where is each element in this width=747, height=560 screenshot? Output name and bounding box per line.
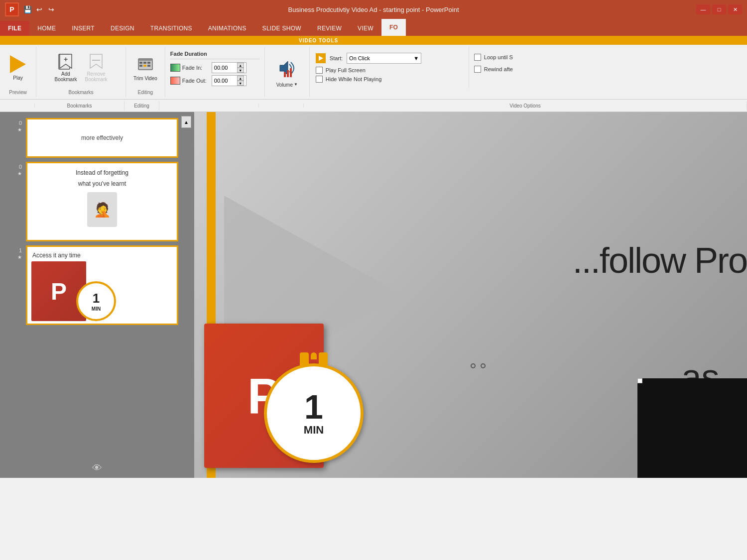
ribbon: Play Preview + Add Bookmark bbox=[0, 45, 747, 100]
ribbon-section-video-options: Start: On Click ▼ Play Full Screen Hide … bbox=[310, 47, 469, 88]
play-label: Play bbox=[13, 75, 22, 81]
svg-rect-6 bbox=[143, 62, 146, 64]
play-triangle-icon bbox=[10, 55, 26, 73]
tab-format[interactable]: FO bbox=[381, 19, 406, 36]
powerpoint-logo-overlay: P 1 MIN bbox=[194, 279, 383, 478]
ribbon-section-volume: Volume ▼ bbox=[265, 47, 310, 97]
add-bookmark-label: Add Bookmark bbox=[54, 71, 77, 82]
slide-view[interactable]: ...follow Pro as P 1 bbox=[194, 112, 747, 478]
remove-bookmark-button[interactable]: Remove Bookmark bbox=[82, 52, 111, 85]
play-button[interactable]: Play bbox=[4, 50, 32, 86]
ribbon-section-trim: Trim Video Editing bbox=[126, 47, 165, 97]
svg-rect-12 bbox=[287, 70, 289, 77]
svg-rect-10 bbox=[147, 65, 150, 67]
close-button[interactable]: ✕ bbox=[728, 4, 742, 14]
tab-review[interactable]: REVIEW bbox=[309, 21, 350, 36]
slide-text-line1: Instead of forgetting bbox=[33, 169, 171, 176]
redo-button[interactable]: ↪ bbox=[46, 4, 57, 15]
ribbon-section-loop: Loop until S Rewind afte bbox=[469, 47, 549, 97]
slide-star: ★ bbox=[17, 254, 22, 260]
slide-dot-1 bbox=[471, 363, 476, 368]
rewind-label: Rewind afte bbox=[484, 66, 513, 72]
loop-checkbox[interactable] bbox=[474, 54, 481, 61]
fade-in-input[interactable]: 00.00 ▲ ▼ bbox=[212, 62, 247, 73]
timer-knob-center bbox=[311, 352, 317, 359]
app-logo: P bbox=[5, 2, 19, 16]
eye-icon: 👁 bbox=[92, 462, 102, 474]
fade-out-spinner[interactable]: ▲ ▼ bbox=[237, 76, 244, 86]
fade-out-input[interactable]: 00.00 ▲ ▼ bbox=[212, 75, 247, 86]
timer-knob-right bbox=[319, 352, 328, 366]
list-item[interactable]: 1 ★ Access it any time P 1 MIN bbox=[2, 245, 192, 325]
volume-button[interactable]: Volume ▼ bbox=[271, 54, 302, 90]
tab-home[interactable]: HOME bbox=[29, 21, 64, 36]
svg-rect-5 bbox=[139, 62, 142, 64]
maximize-button[interactable]: □ bbox=[712, 4, 726, 14]
resize-handle[interactable] bbox=[637, 378, 642, 383]
tab-insert[interactable]: INSERT bbox=[64, 21, 103, 36]
title-bar: P 💾 ↩ ↪ Business Prodcutivtiy Video Ad -… bbox=[0, 0, 747, 19]
trim-video-label: Trim Video bbox=[133, 76, 157, 81]
slide-thumbnail[interactable]: Instead of forgetting what you've learnt… bbox=[26, 162, 178, 241]
tab-view[interactable]: VIEW bbox=[350, 21, 381, 36]
add-bookmark-button[interactable]: + Add Bookmark bbox=[51, 52, 80, 85]
context-tab-label: VIDEO TOOLS bbox=[299, 38, 338, 43]
rewind-checkbox[interactable] bbox=[474, 66, 481, 73]
ribbon-tabs: FILE HOME INSERT DESIGN TRANSITIONS ANIM… bbox=[0, 19, 747, 36]
slide-thumbnail[interactable]: Access it any time P 1 MIN bbox=[26, 245, 178, 325]
tab-transitions[interactable]: TRANSITIONS bbox=[142, 21, 200, 36]
slide-thumbnail[interactable]: more effectively bbox=[26, 118, 178, 158]
slide-text: Access it any time bbox=[32, 252, 172, 259]
svg-rect-13 bbox=[290, 68, 292, 77]
fade-in-value: 00.00 bbox=[214, 65, 228, 71]
save-button[interactable]: 💾 bbox=[22, 4, 33, 15]
fade-out-value: 00.00 bbox=[214, 78, 228, 84]
trim-video-button[interactable]: Trim Video bbox=[130, 52, 161, 84]
hide-while-not-playing-checkbox[interactable] bbox=[316, 76, 323, 83]
tab-slideshow[interactable]: SLIDE SHOW bbox=[254, 21, 309, 36]
add-bookmark-icon: + bbox=[58, 54, 74, 70]
preview-content: Play bbox=[4, 49, 32, 87]
svg-rect-7 bbox=[147, 62, 150, 64]
divider-fade bbox=[159, 104, 259, 108]
tab-animations[interactable]: ANIMATIONS bbox=[200, 21, 254, 36]
tab-design[interactable]: DESIGN bbox=[103, 21, 142, 36]
start-label: Start: bbox=[330, 55, 343, 61]
fade-out-up-arrow[interactable]: ▲ bbox=[237, 76, 244, 81]
bookmarks-content: + Add Bookmark Remove Bookmark bbox=[51, 49, 111, 87]
fade-out-row: Fade Out: 00.00 ▲ ▼ bbox=[170, 75, 259, 86]
divider-preview bbox=[0, 104, 35, 108]
ribbon-section-preview: Play Preview bbox=[0, 47, 36, 97]
slide-number: 0 bbox=[14, 164, 22, 170]
slide-text-line2: what you've learnt bbox=[33, 180, 171, 187]
fade-out-down-arrow[interactable]: ▼ bbox=[237, 81, 244, 86]
fade-in-spinner[interactable]: ▲ ▼ bbox=[237, 63, 244, 73]
start-select[interactable]: On Click ▼ bbox=[347, 53, 421, 64]
minimize-button[interactable]: — bbox=[696, 4, 710, 14]
divider-bookmarks: Bookmarks bbox=[35, 101, 124, 111]
list-item[interactable]: 0 ★ Instead of forgetting what you've le… bbox=[2, 162, 192, 241]
context-tab-bar: VIDEO TOOLS bbox=[0, 36, 747, 45]
undo-redo-group: 💾 ↩ ↪ bbox=[22, 4, 57, 15]
slide-number: 1 bbox=[14, 247, 22, 253]
start-row: Start: On Click ▼ bbox=[316, 53, 463, 64]
slide-star: ★ bbox=[17, 171, 22, 176]
loop-row: Loop until S bbox=[474, 54, 544, 61]
remove-bookmark-label: Remove Bookmark bbox=[85, 71, 108, 82]
slide-text: more effectively bbox=[81, 134, 123, 141]
video-placeholder-box bbox=[637, 378, 747, 478]
timer-circle: 1 MIN bbox=[264, 363, 364, 463]
undo-button[interactable]: ↩ bbox=[34, 4, 45, 15]
play-full-screen-row: Play Full Screen bbox=[316, 67, 463, 74]
trim-content: Trim Video bbox=[130, 49, 161, 87]
timer-top bbox=[300, 352, 328, 366]
fade-in-down-arrow[interactable]: ▼ bbox=[237, 68, 244, 73]
slide-person-figure: 🤦 bbox=[33, 192, 171, 227]
scroll-up-button[interactable]: ▲ bbox=[181, 116, 191, 128]
fade-in-up-arrow[interactable]: ▲ bbox=[237, 63, 244, 68]
play-full-screen-checkbox[interactable] bbox=[316, 67, 323, 74]
tab-file[interactable]: FILE bbox=[0, 21, 29, 36]
list-item[interactable]: 0 ★ more effectively bbox=[2, 118, 192, 158]
svg-rect-9 bbox=[143, 65, 146, 67]
divider-editing: Editing bbox=[124, 101, 159, 111]
